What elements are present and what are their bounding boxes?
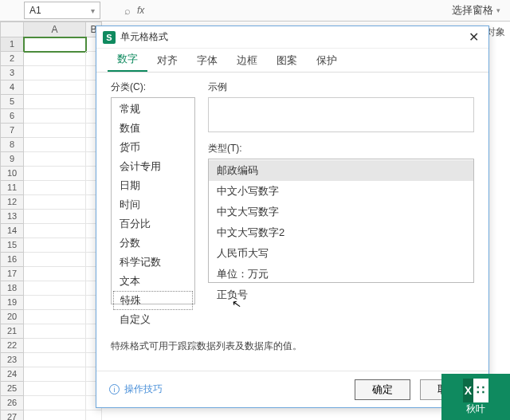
row-header[interactable]: 1 [0, 37, 24, 52]
row-header[interactable]: 16 [0, 253, 24, 267]
cell[interactable] [24, 181, 86, 195]
row-header[interactable]: 27 [0, 410, 24, 420]
row-header[interactable]: 19 [0, 296, 24, 310]
type-item[interactable]: 单位：万元 [209, 264, 473, 285]
category-item[interactable]: 会计专用 [112, 157, 194, 176]
tips-label: 操作技巧 [124, 383, 163, 396]
cell[interactable] [24, 324, 86, 339]
cell[interactable] [24, 167, 86, 181]
row-header[interactable]: 6 [0, 109, 24, 124]
cell[interactable] [24, 367, 86, 382]
row-header[interactable]: 22 [0, 339, 24, 353]
tab-0[interactable]: 数字 [108, 47, 147, 72]
chevron-down-icon: ▾ [91, 6, 95, 15]
cell[interactable] [24, 353, 86, 367]
type-item[interactable]: 中文小写数字 [209, 181, 473, 202]
chevron-down-icon: ▾ [496, 6, 500, 14]
select-pane-label: 选择窗格 [452, 3, 493, 18]
row-header[interactable]: 2 [0, 52, 24, 66]
row-header[interactable]: 3 [0, 66, 24, 80]
row-header[interactable]: 24 [0, 367, 24, 382]
cell[interactable] [24, 138, 86, 152]
category-item[interactable]: 时间 [112, 195, 194, 214]
tab-4[interactable]: 图案 [267, 49, 307, 72]
type-item[interactable]: 邮政编码 [209, 160, 473, 181]
cell[interactable] [24, 310, 86, 324]
type-item[interactable]: 人民币大写 [209, 243, 473, 264]
cell[interactable] [24, 124, 86, 138]
sample-box [208, 97, 474, 132]
row-header[interactable]: 25 [0, 382, 24, 396]
fx-label[interactable]: fx [137, 5, 144, 16]
row-header[interactable]: 18 [0, 281, 24, 296]
category-item[interactable]: 数值 [112, 119, 194, 138]
row-header[interactable]: 26 [0, 396, 24, 410]
category-item[interactable]: 常规 [112, 100, 194, 119]
row-header[interactable]: 10 [0, 167, 24, 181]
type-item[interactable]: 中文大写数字2 [209, 222, 473, 243]
cell[interactable] [24, 52, 86, 66]
select-all-corner[interactable] [0, 22, 24, 37]
ok-button[interactable]: 确定 [355, 379, 410, 400]
category-item[interactable]: 科学记数 [112, 253, 194, 272]
cell[interactable] [24, 195, 86, 210]
row-header[interactable]: 8 [0, 138, 24, 152]
category-item[interactable]: 自定义 [112, 310, 194, 329]
cell[interactable] [24, 382, 86, 396]
cell[interactable] [24, 80, 86, 95]
cell[interactable] [24, 95, 86, 109]
cell[interactable] [24, 37, 86, 52]
cell-reference: A1 [29, 5, 41, 16]
column-header-A[interactable]: A [24, 22, 86, 37]
type-item[interactable]: 正负号 [209, 285, 473, 305]
category-item[interactable]: 货币 [112, 138, 194, 157]
type-list[interactable]: 邮政编码中文小写数字中文大写数字中文大写数字2人民币大写单位：万元正负号 [208, 159, 474, 283]
tab-3[interactable]: 边框 [227, 49, 267, 72]
category-item[interactable]: 日期 [112, 176, 194, 195]
watermark: X∷ 秋叶 [441, 374, 510, 420]
row-header[interactable]: 15 [0, 238, 24, 253]
tips-link[interactable]: i 操作技巧 [109, 383, 163, 396]
cell[interactable] [24, 109, 86, 124]
row-header[interactable]: 13 [0, 210, 24, 224]
row-header[interactable]: 20 [0, 310, 24, 324]
row-header[interactable]: 5 [0, 95, 24, 109]
row-header[interactable]: 11 [0, 181, 24, 195]
cell-format-dialog: S 单元格格式 ✕ 数字对齐字体边框图案保护 分类(C): 常规数值货币会计专用… [96, 26, 489, 408]
category-item[interactable]: 百分比 [112, 214, 194, 234]
search-icon[interactable]: ⌕ [124, 5, 131, 17]
type-item[interactable]: 中文大写数字 [209, 202, 473, 222]
cell[interactable] [24, 253, 86, 267]
category-item[interactable]: 特殊 [113, 291, 193, 310]
row-header[interactable]: 14 [0, 224, 24, 238]
cell[interactable] [86, 410, 102, 420]
row-header[interactable]: 7 [0, 124, 24, 138]
cell[interactable] [24, 396, 86, 410]
row-header[interactable]: 9 [0, 152, 24, 167]
select-pane-button[interactable]: 选择窗格 ▾ [452, 3, 500, 18]
category-list[interactable]: 常规数值货币会计专用日期时间百分比分数科学记数文本特殊自定义 [111, 97, 195, 304]
cell[interactable] [24, 267, 86, 281]
cell[interactable] [24, 66, 86, 80]
row-header[interactable]: 17 [0, 267, 24, 281]
cell[interactable] [24, 224, 86, 238]
cell[interactable] [24, 281, 86, 296]
category-item[interactable]: 分数 [112, 234, 194, 253]
cell[interactable] [24, 210, 86, 224]
category-item[interactable]: 文本 [112, 272, 194, 291]
formula-bar: A1 ▾ ⌕ fx [0, 0, 510, 22]
row-header[interactable]: 4 [0, 80, 24, 95]
tab-1[interactable]: 对齐 [147, 49, 187, 72]
row-header[interactable]: 23 [0, 353, 24, 367]
cell[interactable] [24, 152, 86, 167]
tab-2[interactable]: 字体 [187, 49, 227, 72]
cell[interactable] [24, 339, 86, 353]
name-box[interactable]: A1 ▾ [24, 2, 100, 19]
row-header[interactable]: 12 [0, 195, 24, 210]
cell[interactable] [24, 238, 86, 253]
cell[interactable] [24, 410, 86, 420]
row-header[interactable]: 21 [0, 324, 24, 339]
tab-5[interactable]: 保护 [307, 49, 347, 72]
cell[interactable] [24, 296, 86, 310]
close-icon[interactable]: ✕ [465, 29, 482, 45]
